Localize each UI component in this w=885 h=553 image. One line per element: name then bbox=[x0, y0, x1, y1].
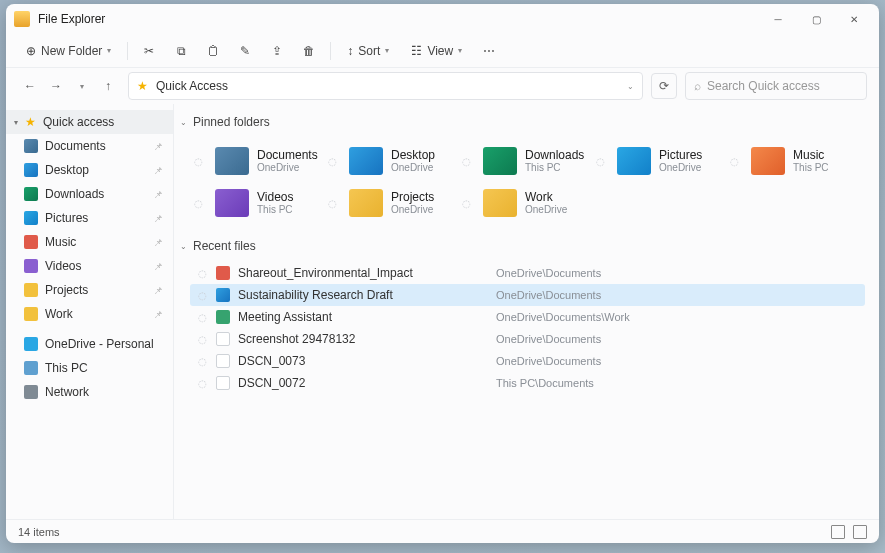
share-status-icon: ◌ bbox=[196, 378, 208, 389]
refresh-button[interactable]: ⟳ bbox=[651, 73, 677, 99]
minimize-button[interactable]: ─ bbox=[761, 6, 795, 32]
unpin-button[interactable]: ◌ bbox=[462, 198, 471, 209]
unpin-button[interactable]: ◌ bbox=[596, 156, 605, 167]
pinned-folder[interactable]: ◌VideosThis PC bbox=[190, 182, 324, 224]
recent-files-header[interactable]: ⌄ Recent files bbox=[180, 234, 865, 258]
folder-location: OneDrive bbox=[525, 204, 567, 215]
recent-locations-button[interactable]: ▾ bbox=[70, 74, 94, 98]
cut-button[interactable]: ✂ bbox=[136, 38, 162, 64]
sort-button[interactable]: ↕ Sort ▾ bbox=[339, 38, 397, 64]
unpin-button[interactable]: ◌ bbox=[462, 156, 471, 167]
sidebar-network[interactable]: Network bbox=[6, 380, 173, 404]
sidebar-item-label: Documents bbox=[45, 139, 106, 153]
maximize-button[interactable]: ▢ bbox=[799, 6, 833, 32]
folder-location: This PC bbox=[257, 204, 293, 215]
pinned-folder[interactable]: ◌WorkOneDrive bbox=[458, 182, 592, 224]
sidebar-item[interactable]: Documents📌︎ bbox=[6, 134, 173, 158]
separator bbox=[127, 42, 128, 60]
pinned-folder[interactable]: ◌DesktopOneDrive bbox=[324, 140, 458, 182]
file-icon bbox=[216, 288, 230, 302]
more-icon: ⋯ bbox=[483, 44, 495, 58]
forward-button[interactable]: → bbox=[44, 74, 68, 98]
file-icon bbox=[216, 266, 230, 280]
recent-file-row[interactable]: ◌Screenshot 29478132OneDrive\Documents bbox=[190, 328, 865, 350]
share-status-icon: ◌ bbox=[196, 312, 208, 323]
view-label: View bbox=[427, 44, 453, 58]
view-button[interactable]: ☷ View ▾ bbox=[403, 38, 470, 64]
sidebar-this-pc[interactable]: This PC bbox=[6, 356, 173, 380]
file-location: This PC\Documents bbox=[496, 377, 594, 389]
unpin-button[interactable]: ◌ bbox=[194, 156, 203, 167]
folder-location: OneDrive bbox=[257, 162, 318, 173]
pin-icon: 📌︎ bbox=[153, 165, 163, 176]
rename-button[interactable]: ✎ bbox=[232, 38, 258, 64]
address-bar[interactable]: ★ Quick Access ⌄ bbox=[128, 72, 643, 100]
unpin-button[interactable]: ◌ bbox=[194, 198, 203, 209]
folder-icon bbox=[24, 259, 38, 273]
folder-icon bbox=[215, 147, 249, 175]
details-view-button[interactable] bbox=[831, 525, 845, 539]
pin-icon: 📌︎ bbox=[153, 189, 163, 200]
sidebar-item[interactable]: Pictures📌︎ bbox=[6, 206, 173, 230]
pinned-folder[interactable]: ◌ProjectsOneDrive bbox=[324, 182, 458, 224]
sidebar-onedrive[interactable]: OneDrive - Personal bbox=[6, 332, 173, 356]
folder-name: Pictures bbox=[659, 149, 702, 162]
folder-location: OneDrive bbox=[659, 162, 702, 173]
pinned-folder[interactable]: ◌DocumentsOneDrive bbox=[190, 140, 324, 182]
file-icon bbox=[216, 332, 230, 346]
recent-file-row[interactable]: ◌Shareout_Environmental_ImpactOneDrive\D… bbox=[190, 262, 865, 284]
folder-icon bbox=[24, 163, 38, 177]
pinned-folder[interactable]: ◌PicturesOneDrive bbox=[592, 140, 726, 182]
folder-location: This PC bbox=[793, 162, 829, 173]
new-folder-button[interactable]: ⊕ New Folder ▾ bbox=[18, 38, 119, 64]
unpin-button[interactable]: ◌ bbox=[730, 156, 739, 167]
sidebar-item[interactable]: Music📌︎ bbox=[6, 230, 173, 254]
share-button[interactable]: ⇪ bbox=[264, 38, 290, 64]
copy-button[interactable]: ⧉ bbox=[168, 38, 194, 64]
share-icon: ⇪ bbox=[272, 44, 282, 58]
sidebar-item-label: Network bbox=[45, 385, 89, 399]
pinned-folder[interactable]: ◌MusicThis PC bbox=[726, 140, 860, 182]
folder-icon bbox=[24, 211, 38, 225]
pinned-folder[interactable]: ◌DownloadsThis PC bbox=[458, 140, 592, 182]
pin-icon: 📌︎ bbox=[153, 285, 163, 296]
folder-name: Desktop bbox=[391, 149, 435, 162]
sidebar-item[interactable]: Projects📌︎ bbox=[6, 278, 173, 302]
section-label: Pinned folders bbox=[193, 115, 270, 129]
recent-files-list: ◌Shareout_Environmental_ImpactOneDrive\D… bbox=[190, 262, 865, 394]
folder-name: Projects bbox=[391, 191, 434, 204]
recent-file-row[interactable]: ◌Sustainability Research DraftOneDrive\D… bbox=[190, 284, 865, 306]
sidebar-item[interactable]: Downloads📌︎ bbox=[6, 182, 173, 206]
recent-file-row[interactable]: ◌DSCN_0073OneDrive\Documents bbox=[190, 350, 865, 372]
sidebar-item[interactable]: Desktop📌︎ bbox=[6, 158, 173, 182]
folder-icon bbox=[483, 189, 517, 217]
copy-icon: ⧉ bbox=[177, 44, 186, 58]
pinned-folders-header[interactable]: ⌄ Pinned folders bbox=[180, 110, 865, 134]
back-button[interactable]: ← bbox=[18, 74, 42, 98]
main-pane: ⌄ Pinned folders ◌DocumentsOneDrive◌Desk… bbox=[174, 104, 879, 519]
unpin-button[interactable]: ◌ bbox=[328, 198, 337, 209]
close-button[interactable]: ✕ bbox=[837, 6, 871, 32]
recent-file-row[interactable]: ◌DSCN_0072This PC\Documents bbox=[190, 372, 865, 394]
sort-icon: ↕ bbox=[347, 44, 353, 58]
pc-icon bbox=[24, 361, 38, 375]
separator bbox=[330, 42, 331, 60]
unpin-button[interactable]: ◌ bbox=[328, 156, 337, 167]
nav-row: ← → ▾ ↑ ★ Quick Access ⌄ ⟳ ⌕ Search Quic… bbox=[6, 68, 879, 104]
search-input[interactable]: ⌕ Search Quick access bbox=[685, 72, 867, 100]
sidebar-item[interactable]: Videos📌︎ bbox=[6, 254, 173, 278]
paste-button[interactable]: 📋︎ bbox=[200, 38, 226, 64]
up-button[interactable]: ↑ bbox=[96, 74, 120, 98]
delete-button[interactable]: 🗑︎ bbox=[296, 38, 322, 64]
more-button[interactable]: ⋯ bbox=[476, 38, 502, 64]
folder-icon bbox=[751, 147, 785, 175]
file-icon bbox=[216, 310, 230, 324]
file-name: DSCN_0073 bbox=[238, 354, 488, 368]
file-location: OneDrive\Documents bbox=[496, 333, 601, 345]
recent-file-row[interactable]: ◌Meeting AssistantOneDrive\Documents\Wor… bbox=[190, 306, 865, 328]
scissors-icon: ✂ bbox=[144, 44, 154, 58]
sidebar-quick-access[interactable]: ▾ ★ Quick access bbox=[6, 110, 173, 134]
share-status-icon: ◌ bbox=[196, 334, 208, 345]
sidebar-item[interactable]: Work📌︎ bbox=[6, 302, 173, 326]
large-icons-view-button[interactable] bbox=[853, 525, 867, 539]
